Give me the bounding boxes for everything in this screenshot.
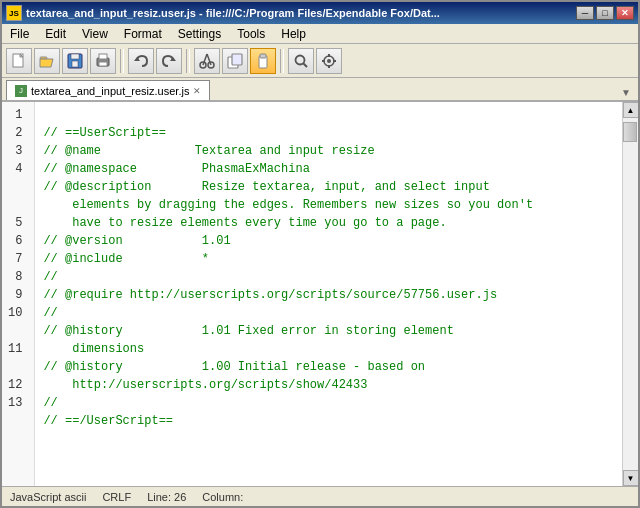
editor-container: 1 2 3 4 5 6 7 8 9 10 11 12 13 // ==UserS… bbox=[2, 102, 638, 486]
line-ending-status: CRLF bbox=[102, 491, 131, 503]
menu-help[interactable]: Help bbox=[273, 25, 314, 43]
cut-button[interactable] bbox=[194, 48, 220, 74]
code-line-10: // @history 1.01 Fixed error in storing … bbox=[43, 324, 453, 338]
code-line-2: // @name Textarea and input resize bbox=[43, 144, 374, 158]
svg-rect-16 bbox=[232, 54, 242, 65]
undo-button[interactable] bbox=[128, 48, 154, 74]
code-line-6: // @include * bbox=[43, 252, 209, 266]
code-line-1: // ==UserScript== bbox=[43, 126, 165, 140]
svg-line-20 bbox=[303, 63, 307, 67]
code-line-13: // ==/UserScript== bbox=[43, 414, 173, 428]
editor-tab[interactable]: J textarea_and_input_resiz.user.js ✕ bbox=[6, 80, 210, 100]
line-status: Line: 26 bbox=[147, 491, 186, 503]
title-bar-left: JS textarea_and_input_resiz.user.js - fi… bbox=[6, 5, 440, 21]
column-status: Column: bbox=[202, 491, 243, 503]
new-button[interactable] bbox=[6, 48, 32, 74]
maximize-button[interactable]: □ bbox=[596, 6, 614, 20]
save-button[interactable] bbox=[62, 48, 88, 74]
menu-bar: File Edit View Format Settings Tools Hel… bbox=[2, 24, 638, 44]
scroll-up-button[interactable]: ▲ bbox=[623, 102, 639, 118]
menu-tools[interactable]: Tools bbox=[229, 25, 273, 43]
tab-bar: J textarea_and_input_resiz.user.js ✕ ▼ bbox=[2, 78, 638, 102]
menu-format[interactable]: Format bbox=[116, 25, 170, 43]
tab-label: textarea_and_input_resiz.user.js bbox=[31, 85, 189, 97]
code-line-4b: elements by dragging the edges. Remember… bbox=[43, 198, 533, 212]
code-line-9: // bbox=[43, 306, 57, 320]
code-line-11: // @history 1.00 Initial release - based… bbox=[43, 360, 425, 374]
svg-rect-7 bbox=[99, 54, 107, 59]
separator-3 bbox=[280, 49, 284, 73]
status-bar: JavaScript ascii CRLF Line: 26 Column: bbox=[2, 486, 638, 506]
tab-file-icon: J bbox=[15, 85, 27, 97]
separator-1 bbox=[120, 49, 124, 73]
svg-rect-8 bbox=[99, 62, 107, 66]
copy-button[interactable] bbox=[222, 48, 248, 74]
scrollbar-track[interactable] bbox=[623, 118, 639, 470]
svg-point-22 bbox=[327, 59, 331, 63]
title-buttons: ─ □ ✕ bbox=[576, 6, 634, 20]
minimize-button[interactable]: ─ bbox=[576, 6, 594, 20]
toolbar bbox=[2, 44, 638, 78]
separator-2 bbox=[186, 49, 190, 73]
menu-edit[interactable]: Edit bbox=[37, 25, 74, 43]
code-line-5: // @version 1.01 bbox=[43, 234, 230, 248]
paste-button[interactable] bbox=[250, 48, 276, 74]
code-line-4: // @description Resize textarea, input, … bbox=[43, 180, 489, 194]
code-line-11b: http://userscripts.org/scripts/show/4243… bbox=[43, 378, 367, 392]
code-line-3: // @namespace PhasmaExMachina bbox=[43, 162, 309, 176]
tab-dropdown-button[interactable]: ▼ bbox=[618, 84, 634, 100]
code-line-4c: have to resize elements every time you g… bbox=[43, 216, 446, 230]
close-button[interactable]: ✕ bbox=[616, 6, 634, 20]
svg-rect-4 bbox=[71, 54, 79, 59]
scroll-down-button[interactable]: ▼ bbox=[623, 470, 639, 486]
code-line-10b: dimensions bbox=[43, 342, 144, 356]
title-bar: JS textarea_and_input_resiz.user.js - fi… bbox=[2, 2, 638, 24]
vertical-scrollbar[interactable]: ▲ ▼ bbox=[622, 102, 638, 486]
print-button[interactable] bbox=[90, 48, 116, 74]
scrollbar-thumb[interactable] bbox=[623, 122, 637, 142]
language-status: JavaScript ascii bbox=[10, 491, 86, 503]
menu-file[interactable]: File bbox=[2, 25, 37, 43]
code-line-12: // bbox=[43, 396, 57, 410]
main-window: JS textarea_and_input_resiz.user.js - fi… bbox=[0, 0, 640, 508]
code-line-7: // bbox=[43, 270, 57, 284]
redo-button[interactable] bbox=[156, 48, 182, 74]
code-editor[interactable]: // ==UserScript== // @name Textarea and … bbox=[35, 102, 622, 486]
tab-close-button[interactable]: ✕ bbox=[193, 86, 201, 96]
svg-rect-5 bbox=[72, 61, 78, 67]
menu-view[interactable]: View bbox=[74, 25, 116, 43]
find-button[interactable] bbox=[288, 48, 314, 74]
svg-rect-18 bbox=[260, 54, 266, 58]
tools-button[interactable] bbox=[316, 48, 342, 74]
menu-settings[interactable]: Settings bbox=[170, 25, 229, 43]
open-button[interactable] bbox=[34, 48, 60, 74]
code-line-8: // @require http://userscripts.org/scrip… bbox=[43, 288, 497, 302]
svg-point-19 bbox=[296, 55, 305, 64]
app-icon: JS bbox=[6, 5, 22, 21]
line-numbers: 1 2 3 4 5 6 7 8 9 10 11 12 13 bbox=[2, 102, 35, 486]
window-title: textarea_and_input_resiz.user.js - file:… bbox=[26, 7, 440, 19]
